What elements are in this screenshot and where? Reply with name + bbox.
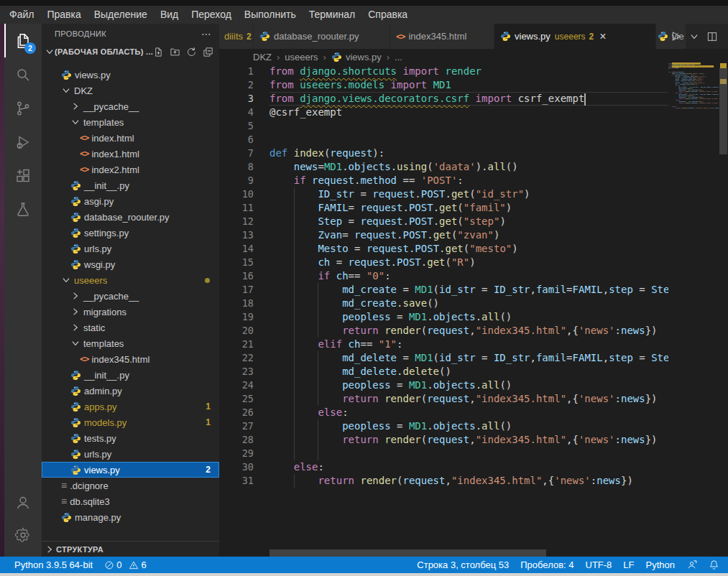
code-line[interactable]: 1from django.shortcuts import render xyxy=(219,65,668,78)
code-line[interactable]: 29 xyxy=(219,447,668,460)
code-line[interactable]: 13 Zvan= request.POST.get("zvan") xyxy=(219,228,668,242)
line-number[interactable]: 18 xyxy=(219,297,254,310)
tree-item-views.py[interactable]: views.py xyxy=(42,67,219,83)
vertical-scrollbar[interactable] xyxy=(719,24,728,548)
code-line[interactable]: 21 elif ch== "1": xyxy=(219,338,668,351)
activity-extensions-button[interactable] xyxy=(4,159,42,192)
line-number[interactable]: 15 xyxy=(219,256,254,269)
breadcrumb-item[interactable]: DKZ xyxy=(253,52,272,62)
tree-item-index.html[interactable]: <>index.html xyxy=(42,130,219,146)
status-indentation[interactable]: Пробелов: 4 xyxy=(515,557,579,573)
line-number[interactable]: 7 xyxy=(219,147,254,160)
code-line[interactable]: 19 peopless = MD1.objects.all() xyxy=(219,310,668,324)
line-number[interactable]: 30 xyxy=(219,460,254,474)
status-cursor-position[interactable]: Строка 3, столбец 53 xyxy=(411,557,515,573)
tree-item-apps.py[interactable]: apps.py1 xyxy=(42,399,219,414)
code-line[interactable]: 18 md_create.save() xyxy=(219,297,668,310)
line-number[interactable]: 10 xyxy=(219,187,254,201)
code-line[interactable]: 4@csrf_exempt xyxy=(219,106,668,119)
code-line[interactable]: 12 Step = request.POST.get("step") xyxy=(219,215,668,228)
code-line[interactable]: 15 ch = request.POST.get("R") xyxy=(219,256,668,269)
tree-item-views.py[interactable]: views.py2 xyxy=(42,462,219,478)
line-number[interactable]: 27 xyxy=(219,419,254,433)
line-number[interactable]: 12 xyxy=(219,215,254,228)
code-line[interactable]: 24 peopless = MD1.objects.all() xyxy=(219,378,668,392)
line-number[interactable]: 1 xyxy=(219,65,254,78)
menu-item-Правка[interactable]: Правка xyxy=(40,6,87,24)
explorer-more-icon[interactable]: ⋯ xyxy=(201,28,212,40)
new-file-icon[interactable] xyxy=(153,47,164,57)
line-number[interactable]: 19 xyxy=(219,310,254,324)
line-number[interactable]: 22 xyxy=(219,351,254,365)
run-icon[interactable] xyxy=(670,30,682,42)
code-line[interactable]: 23 md_delete.delete() xyxy=(219,365,668,378)
tree-item-__pycache__[interactable]: __pycache__ xyxy=(42,288,219,304)
code-line[interactable]: 6 xyxy=(219,133,668,147)
tree-item-database_roouter.py[interactable]: database_roouter.py xyxy=(42,209,219,225)
line-number[interactable]: 5 xyxy=(219,119,254,133)
new-folder-icon[interactable] xyxy=(170,47,180,57)
code-line[interactable]: 20 return render(request,"index345.html"… xyxy=(219,324,668,338)
menu-item-Файл[interactable]: Файл xyxy=(3,6,40,24)
tree-item-models.py[interactable]: models.py1 xyxy=(42,414,219,430)
line-number[interactable]: 13 xyxy=(219,228,254,242)
status-eol[interactable]: LF xyxy=(617,557,640,573)
outline-section-header[interactable]: СТРУКТУРА xyxy=(42,541,219,557)
tree-item-__pycache__[interactable]: __pycache__ xyxy=(42,98,219,114)
code-line[interactable]: 2from useeers.models import MD1 xyxy=(219,78,668,92)
menu-item-Выполнить[interactable]: Выполнить xyxy=(238,6,303,24)
chevron-down-icon[interactable] xyxy=(689,32,699,42)
code-line[interactable]: 16 if ch== "0": xyxy=(219,269,668,283)
code-line[interactable]: 30 else: xyxy=(219,460,668,474)
line-number[interactable]: 29 xyxy=(219,447,254,460)
line-number[interactable]: 3 xyxy=(219,92,254,106)
refresh-icon[interactable] xyxy=(186,47,197,57)
line-number[interactable]: 4 xyxy=(219,106,254,119)
status-notifications[interactable] xyxy=(703,557,725,573)
line-number[interactable]: 6 xyxy=(219,133,254,147)
menu-item-Справка[interactable]: Справка xyxy=(361,6,414,24)
line-number[interactable]: 26 xyxy=(219,406,254,419)
tree-item-wsgi.py[interactable]: wsgi.py xyxy=(42,256,219,272)
activity-testing-button[interactable] xyxy=(4,192,42,226)
activity-explorer-button[interactable]: 2 xyxy=(4,24,42,57)
breadcrumb-item[interactable]: views.py xyxy=(346,52,382,62)
status-python-version[interactable]: Python 3.9.5 64-bit xyxy=(9,557,98,573)
tree-item-DKZ[interactable]: DKZ xyxy=(42,83,219,98)
activity-account-button[interactable] xyxy=(4,486,42,519)
code-line[interactable]: 10 ID_str = request.POST.get("id_str") xyxy=(219,187,668,201)
tree-item-asgi.py[interactable]: asgi.py xyxy=(42,193,219,209)
workspace-section-header[interactable]: (РАБОЧАЯ ОБЛАСТЬ) ... xyxy=(42,43,219,60)
line-number[interactable]: 21 xyxy=(219,338,254,351)
code-line[interactable]: 28 return render(request,"index345.html"… xyxy=(219,433,668,447)
menu-item-Терминал[interactable]: Терминал xyxy=(303,6,361,24)
line-number[interactable]: 2 xyxy=(219,78,254,92)
line-number[interactable]: 25 xyxy=(219,392,254,406)
tree-item-urls.py[interactable]: urls.py xyxy=(42,241,219,256)
tree-item-index2.html[interactable]: <>index2.html xyxy=(42,162,219,177)
code-line[interactable]: 9 if request.method == 'POST': xyxy=(219,174,668,187)
code-line[interactable]: 22 md_delete = MD1(id_str = ID_str,famil… xyxy=(219,351,668,365)
activity-source-control-button[interactable] xyxy=(4,91,42,125)
tab-views.py[interactable]: views.pyuseeers2× xyxy=(494,24,656,49)
horizontal-scrollbar-thumb[interactable] xyxy=(269,549,546,557)
breadcrumb-item[interactable]: ... xyxy=(395,52,402,62)
menu-item-Вид[interactable]: Вид xyxy=(154,6,185,24)
activity-settings-button[interactable] xyxy=(4,519,42,551)
menu-item-Выделение[interactable]: Выделение xyxy=(88,6,154,24)
code-line[interactable]: 31 return render(request,"index345.html"… xyxy=(219,474,668,488)
code-line[interactable]: 5 xyxy=(219,119,668,133)
code-line[interactable]: 27 peopless = MD1.objects.all() xyxy=(219,419,668,433)
tree-item-tests.py[interactable]: tests.py xyxy=(42,430,219,446)
code-line[interactable]: 17 md_create = MD1(id_str = ID_str,famil… xyxy=(219,283,668,297)
tree-item-migrations[interactable]: migrations xyxy=(42,304,219,320)
line-number[interactable]: 20 xyxy=(219,324,254,338)
code-line[interactable]: 8 news=MD1.objects.using('daata').all() xyxy=(219,160,668,174)
code-editor[interactable]: 1from django.shortcuts import render2fro… xyxy=(219,65,668,547)
status-problems[interactable]: 06 xyxy=(98,557,152,573)
tree-item-static[interactable]: static xyxy=(42,320,219,335)
status-language[interactable]: Python xyxy=(640,557,681,573)
tab-close-icon[interactable]: × xyxy=(599,32,606,42)
line-number[interactable]: 23 xyxy=(219,365,254,378)
activity-run-debug-button[interactable] xyxy=(4,125,42,159)
